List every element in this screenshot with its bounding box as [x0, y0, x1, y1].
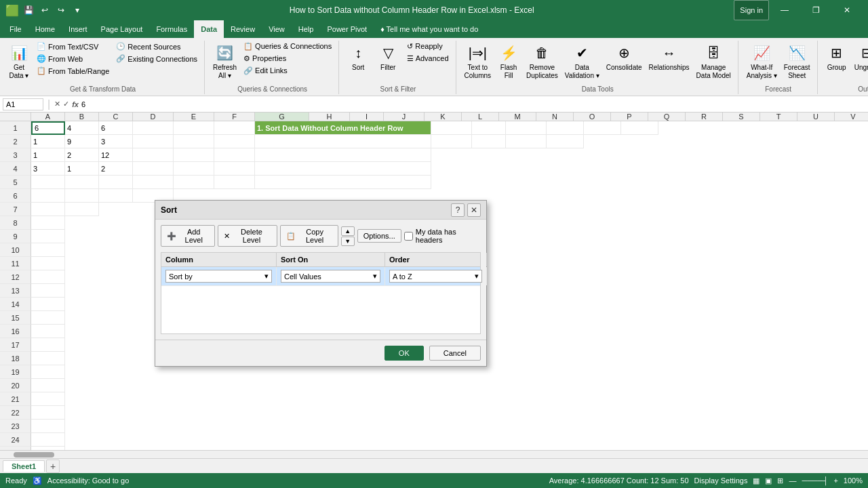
sign-in-btn[interactable]: Sign in — [734, 0, 769, 20]
corner-cell[interactable] — [0, 113, 31, 121]
tab-formulas[interactable]: Formulas — [149, 20, 194, 38]
sort-btn[interactable]: ↕ Sort — [344, 41, 372, 73]
tab-data[interactable]: Data — [194, 20, 224, 38]
col-header-n[interactable]: N — [536, 113, 574, 121]
col-header-h[interactable]: H — [309, 113, 350, 121]
cell-l1[interactable] — [584, 121, 621, 135]
col-header-k[interactable]: K — [425, 113, 462, 121]
sort-cell-column[interactable]: Sort by ▾ — [161, 267, 277, 285]
cell-c3[interactable]: 12 — [99, 148, 133, 162]
tab-insert[interactable]: Insert — [62, 20, 94, 38]
col-header-m[interactable]: M — [499, 113, 536, 121]
cell-k2[interactable] — [547, 135, 584, 148]
cell-b2[interactable]: 9 — [65, 135, 99, 148]
cell-i2[interactable] — [472, 135, 506, 148]
from-text-csv-btn[interactable]: 📄 From Text/CSV — [34, 41, 112, 52]
copy-level-btn[interactable]: 📋 Copy Level — [280, 225, 338, 247]
zoom-in-btn[interactable]: + — [833, 476, 837, 485]
col-header-c[interactable]: C — [99, 113, 133, 121]
cell-h2[interactable] — [431, 135, 472, 148]
col-header-t[interactable]: T — [760, 113, 797, 121]
cell-reference-box[interactable] — [3, 98, 43, 110]
cell-j2[interactable] — [506, 135, 547, 148]
cell-f3[interactable] — [214, 148, 255, 162]
row-header-17[interactable]: 17 — [0, 338, 31, 352]
row-header-12[interactable]: 12 — [0, 270, 31, 284]
flash-fill-btn[interactable]: ⚡ FlashFill — [495, 41, 522, 81]
ungroup-btn[interactable]: ⊟ Ungroup — [852, 41, 868, 73]
cell-c4[interactable]: 2 — [99, 162, 133, 176]
minimize-btn[interactable]: — — [769, 0, 800, 20]
refresh-all-btn[interactable]: 🔄 RefreshAll ▾ — [210, 41, 239, 81]
relationships-btn[interactable]: ↔ Relationships — [646, 41, 692, 73]
row-header-14[interactable]: 14 — [0, 298, 31, 311]
tab-pagelayout[interactable]: Page Layout — [94, 20, 150, 38]
col-header-e[interactable]: E — [174, 113, 214, 121]
reapply-btn[interactable]: ↺ Reapply — [404, 41, 451, 52]
cell-e3[interactable] — [174, 148, 214, 162]
cell-j1[interactable] — [506, 121, 547, 135]
tab-search[interactable]: ♦ Tell me what you want to do — [374, 20, 868, 38]
cell-c2[interactable]: 3 — [99, 135, 133, 148]
cell-f1[interactable] — [214, 121, 255, 135]
options-btn[interactable]: Options... — [357, 229, 401, 243]
col-header-o[interactable]: O — [574, 113, 611, 121]
ok-btn[interactable]: OK — [384, 346, 424, 361]
cell-b3[interactable]: 2 — [65, 148, 99, 162]
cell-e2[interactable] — [174, 135, 214, 148]
row-header-21[interactable]: 21 — [0, 392, 31, 406]
col-header-v[interactable]: V — [835, 113, 868, 121]
sort-dialog-help-btn[interactable]: ? — [451, 203, 465, 217]
maximize-btn[interactable]: ❐ — [800, 0, 831, 20]
col-header-g[interactable]: G — [255, 113, 309, 121]
cell-g4[interactable] — [255, 162, 431, 176]
sort-cell-order[interactable]: A to Z ▾ — [385, 267, 487, 285]
existing-connections-btn[interactable]: 🔗 Existing Connections — [113, 53, 200, 64]
edit-links-btn[interactable]: 🔗 Edit Links — [241, 65, 334, 77]
col-header-q[interactable]: Q — [648, 113, 686, 121]
cell-h1[interactable] — [431, 121, 472, 135]
recent-sources-btn[interactable]: 🕒 Recent Sources — [113, 41, 200, 52]
cell-m1[interactable] — [621, 121, 658, 135]
cell-f2[interactable] — [214, 135, 255, 148]
cell-i1[interactable] — [472, 121, 506, 135]
cell-a4[interactable]: 3 — [31, 162, 65, 176]
manage-data-model-btn[interactable]: 🗄 ManageData Model — [694, 41, 734, 81]
row-header-9[interactable]: 9 — [0, 230, 31, 243]
display-settings-btn[interactable]: Display Settings — [694, 476, 748, 485]
cancel-btn[interactable]: Cancel — [429, 346, 481, 361]
row-header-1[interactable]: 1 — [0, 121, 31, 135]
tab-home[interactable]: Home — [28, 20, 62, 38]
properties-btn[interactable]: ⚙ Properties — [241, 53, 334, 64]
col-header-u[interactable]: U — [797, 113, 835, 121]
tab-review[interactable]: Review — [224, 20, 262, 38]
row-header-7[interactable]: 7 — [0, 203, 31, 216]
view-pagebreak-icon[interactable]: ⊞ — [777, 476, 783, 485]
col-header-f[interactable]: F — [214, 113, 255, 121]
cell-e1[interactable] — [174, 121, 214, 135]
col-header-l[interactable]: L — [462, 113, 499, 121]
zoom-out-btn[interactable]: — — [789, 476, 796, 485]
delete-level-btn[interactable]: ✕ Delete Level — [218, 225, 277, 247]
row-header-15[interactable]: 15 — [0, 311, 31, 325]
view-normal-icon[interactable]: ▦ — [753, 476, 760, 485]
undo-quick-btn[interactable]: ↩ — [38, 3, 52, 17]
from-web-btn[interactable]: 🌐 From Web — [34, 53, 112, 64]
cell-d2[interactable] — [133, 135, 174, 148]
col-header-p[interactable]: P — [611, 113, 648, 121]
cell-b4[interactable]: 1 — [65, 162, 99, 176]
row-header-19[interactable]: 19 — [0, 365, 31, 379]
text-to-columns-btn[interactable]: |⇒| Text toColumns — [462, 41, 494, 81]
row-header-3[interactable]: 3 — [0, 148, 31, 162]
cell-a3[interactable]: 1 — [31, 148, 65, 162]
row-header-8[interactable]: 8 — [0, 216, 31, 230]
cancel-formula-icon[interactable]: ✕ — [54, 100, 60, 108]
tab-view[interactable]: View — [262, 20, 292, 38]
formula-input[interactable] — [81, 100, 865, 108]
headers-checkbox[interactable] — [404, 232, 413, 241]
cell-f4[interactable] — [214, 162, 255, 176]
col-header-r[interactable]: R — [686, 113, 723, 121]
move-up-btn[interactable]: ▲ — [341, 226, 355, 236]
sheet-tab-sheet1[interactable]: Sheet1 — [3, 460, 45, 472]
confirm-formula-icon[interactable]: ✓ — [63, 100, 69, 108]
